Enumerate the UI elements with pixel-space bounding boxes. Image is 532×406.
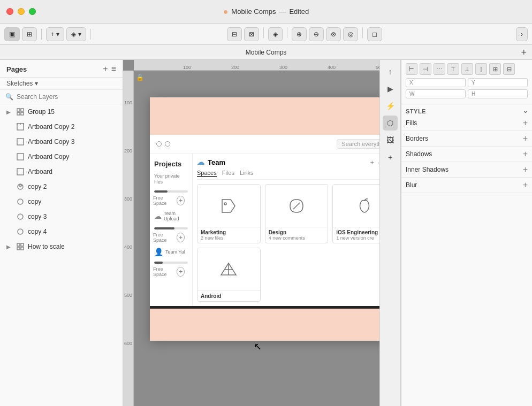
shadows-add-btn[interactable]: + xyxy=(523,150,528,158)
symbol-icon xyxy=(16,227,25,236)
artboard-preview: Search everything Projects Your private … xyxy=(150,97,379,341)
symbol-btn[interactable]: ◈ xyxy=(268,27,283,41)
layer-item-copy2[interactable]: copy 2 xyxy=(0,179,123,194)
card-marketing[interactable]: Marketing 2 new files xyxy=(197,184,261,243)
ruler-vmark-300: 300 xyxy=(124,196,132,202)
card-ios[interactable]: iOS Engineering 1 new version cre xyxy=(332,184,379,243)
insert-btn[interactable]: + ▾ xyxy=(46,27,64,41)
ruler-vmark-400: 400 xyxy=(124,244,132,250)
align-top-btn[interactable]: ⊤ xyxy=(447,63,459,75)
image-tool-btn[interactable]: 🖼 xyxy=(383,133,398,148)
layer-item-artboard[interactable]: Artboard xyxy=(0,164,123,179)
align-left-btn[interactable]: ⊢ xyxy=(406,63,417,75)
align-distribute-h-btn[interactable]: ⊞ xyxy=(489,63,501,75)
h-field[interactable]: H xyxy=(468,89,528,98)
card-design[interactable]: Design 4 new comments xyxy=(265,184,329,243)
search-input[interactable] xyxy=(17,93,117,101)
minimize-button[interactable] xyxy=(18,8,25,15)
layer-item-artboard-copy-2[interactable]: Artboard Copy 2 xyxy=(0,119,123,134)
blur-add-btn[interactable]: + xyxy=(523,181,528,189)
style-collapse-btn[interactable]: ⌄ xyxy=(523,108,528,114)
add-page-button[interactable]: + xyxy=(103,64,108,74)
card-design-body: Design 4 new comments xyxy=(265,227,328,243)
tab-files[interactable]: Files xyxy=(222,170,234,177)
plus-btn-3[interactable]: + xyxy=(177,267,185,277)
layer-item-artboard-copy-3[interactable]: Artboard Copy 3 xyxy=(0,134,123,149)
add-tab-button[interactable]: + xyxy=(521,48,527,57)
fills-header[interactable]: Fills + xyxy=(406,119,528,127)
card-ios-body: iOS Engineering 1 new version cre xyxy=(333,227,379,243)
layer-item-copy4[interactable]: copy 4 xyxy=(0,224,123,239)
borders-add-btn[interactable]: + xyxy=(523,134,528,143)
maximize-button[interactable] xyxy=(29,8,36,15)
x-label: X xyxy=(409,80,413,86)
pages-title: Pages xyxy=(6,65,27,73)
hex-tool-btn[interactable]: ⬡ xyxy=(383,116,398,131)
progress-bar-3 xyxy=(154,262,188,264)
plus-btn-2[interactable]: + xyxy=(177,233,185,242)
more-btn[interactable]: › xyxy=(516,27,528,41)
plus-tool-btn[interactable]: + xyxy=(383,150,398,165)
layer-item-how-to-scale[interactable]: ▶ How to scale xyxy=(0,239,123,254)
boolean-inter-btn[interactable]: ⊗ xyxy=(326,27,341,41)
boolean-sub-btn[interactable]: ⊖ xyxy=(309,27,324,41)
lightning-tool-btn[interactable]: ⚡ xyxy=(383,98,398,113)
team-more-btn[interactable]: ··· xyxy=(377,158,379,166)
fills-add-btn[interactable]: + xyxy=(523,119,528,127)
card-android[interactable]: Android xyxy=(197,248,261,302)
mask-btn[interactable]: ◻ xyxy=(367,27,382,41)
align-distribute-btn[interactable]: ⊠ xyxy=(244,27,259,41)
close-button[interactable] xyxy=(6,8,13,15)
layer-name-how-to-scale: How to scale xyxy=(28,243,118,250)
view-single-btn[interactable]: ▣ xyxy=(4,27,20,41)
pages-menu-button[interactable]: ≡ xyxy=(111,64,116,74)
align-distribute-v-btn[interactable]: ⊟ xyxy=(503,63,515,75)
team-cloud-icon: ☁ xyxy=(197,158,204,166)
svg-rect-0 xyxy=(17,109,20,111)
artboard-search-box: Search everything xyxy=(337,139,379,149)
component-btn[interactable]: ◈ ▾ xyxy=(66,27,86,41)
layer-item-group15[interactable]: ▶ Group 15 xyxy=(0,104,123,119)
blur-header[interactable]: Blur + xyxy=(406,181,528,189)
toolbar-separator-2 xyxy=(90,29,91,40)
circle-1 xyxy=(156,141,162,147)
blur-label: Blur xyxy=(406,181,417,189)
layer-item-copy3[interactable]: copy 3 xyxy=(0,209,123,224)
toolbar-center: ⊟ ⊠ ◈ ⊕ ⊖ ⊗ ◎ ◻ xyxy=(95,27,514,41)
play-tool-btn[interactable]: ▶ xyxy=(383,81,398,96)
boolean-diff-btn[interactable]: ◎ xyxy=(343,27,358,41)
layer-item-copy[interactable]: copy xyxy=(0,194,123,209)
pages-dropdown[interactable]: Sketches ▾ xyxy=(0,78,123,90)
search-icon: 🔍 xyxy=(5,93,13,101)
symbol-icon xyxy=(16,197,25,206)
svg-point-14 xyxy=(18,229,23,234)
tab-links[interactable]: Links xyxy=(240,170,254,177)
align-center-h-btn[interactable]: ⊣ xyxy=(420,63,431,75)
upload-tool-btn[interactable]: ↑ xyxy=(383,64,398,79)
align-center-btn[interactable]: ⊟ xyxy=(227,27,242,41)
align-bottom-btn[interactable]: | xyxy=(475,63,487,75)
layer-item-artboard-copy[interactable]: Artboard Copy xyxy=(0,149,123,164)
layer-toggle-how-to-scale[interactable]: ▶ xyxy=(6,244,13,250)
boolean-union-btn[interactable]: ⊕ xyxy=(292,27,307,41)
inner-shadows-add-btn[interactable]: + xyxy=(523,165,528,174)
layer-name-copy: copy xyxy=(28,198,118,205)
inner-shadows-header[interactable]: Inner Shadows + xyxy=(406,165,528,174)
tab-spaces[interactable]: Spaces xyxy=(197,170,217,177)
align-middle-btn[interactable]: ⊥ xyxy=(461,63,473,75)
layer-toggle-group15[interactable]: ▶ xyxy=(6,109,13,115)
svg-point-13 xyxy=(18,214,23,219)
team-add-btn[interactable]: + xyxy=(370,158,375,166)
artboard-icon xyxy=(16,122,25,131)
w-field[interactable]: W xyxy=(406,89,466,98)
y-field[interactable]: Y xyxy=(468,78,528,87)
align-more-btn[interactable]: ⋯ xyxy=(434,63,445,75)
view-grid-btn[interactable]: ⊞ xyxy=(22,27,37,41)
canvas-area[interactable]: 100 200 300 400 500 100 200 300 400 500 … xyxy=(123,60,379,406)
shadows-header[interactable]: Shadows + xyxy=(406,150,528,158)
plus-btn-1[interactable]: + xyxy=(177,196,185,205)
pear-icon xyxy=(354,195,375,217)
x-field[interactable]: X xyxy=(406,78,466,87)
borders-header[interactable]: Borders + xyxy=(406,134,528,143)
svg-rect-17 xyxy=(17,247,20,250)
